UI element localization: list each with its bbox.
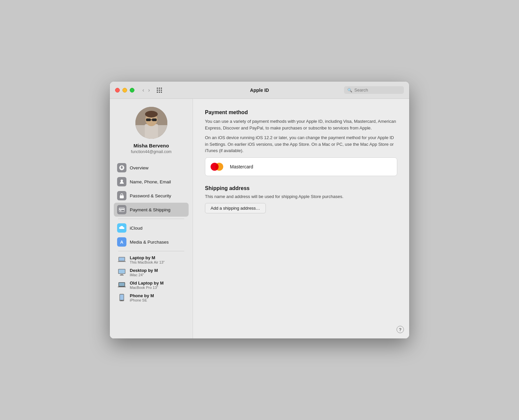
close-button[interactable] [115,88,120,93]
sidebar-item-icloud[interactable]: iCloud [114,221,189,235]
media-purchases-label: Media & Purchases [130,240,169,245]
main-window: ‹ › Apple ID 🔍 [110,82,409,338]
svg-rect-19 [120,275,124,276]
nav-arrows: ‹ › [141,87,151,94]
sidebar: Misha Berveno function44@gmail.com Overv… [110,99,193,338]
maximize-button[interactable] [130,88,134,93]
overview-icon [117,163,126,172]
window-title: Apple ID [250,88,269,93]
search-input[interactable] [354,88,401,93]
sidebar-item-password-security[interactable]: Password & Security [114,189,189,203]
user-email: function44@gmail.com [131,149,171,154]
grid-dot [157,88,158,89]
lock-icon [117,191,126,200]
svg-rect-24 [120,295,124,300]
device-item-desktop[interactable]: Desktop by M iMac 24" [114,266,189,279]
phone-model: iPhone SE [130,298,154,302]
device-item-laptop[interactable]: Laptop by M This MacBook Air 13" [114,253,189,266]
device-item-phone[interactable]: Phone by M iPhone SE [114,291,189,304]
svg-rect-5 [146,118,151,121]
shipping-address-description: This name and address will be used for s… [205,194,397,199]
laptop-icon [117,255,126,264]
svg-rect-21 [119,283,125,286]
svg-rect-12 [120,210,121,211]
grid-dot [157,90,158,91]
svg-point-4 [145,111,158,117]
svg-rect-9 [120,195,124,198]
desktop-model: iMac 24" [130,273,158,277]
minimize-button[interactable] [122,88,127,93]
mastercard-icon [211,162,225,172]
payment-method-description2: On an iOS device running iOS 12.2 or lat… [205,134,397,154]
grid-dot [161,90,162,91]
payment-method-section: Payment method You can use a variety of … [205,109,397,176]
laptop-name: Laptop by M [130,255,165,260]
svg-rect-11 [119,209,124,210]
phone-name: Phone by M [130,293,154,298]
phone-info: Phone by M iPhone SE [130,293,154,302]
payment-method-description1: You can use a variety of payment methods… [205,118,397,131]
desktop-info: Desktop by M iMac 24" [130,268,158,277]
device-item-old-laptop[interactable]: Old Laptop by M MacBook Pro 13" [114,279,189,291]
forward-button[interactable]: › [147,87,151,94]
svg-rect-14 [119,258,125,261]
svg-rect-6 [152,118,157,121]
svg-rect-2 [145,124,158,139]
sidebar-item-payment-shipping[interactable]: Payment & Shipping [114,203,189,217]
sidebar-item-name-phone-email[interactable]: Name, Phone, Email [114,175,189,189]
sidebar-nav: Overview Name, Phone, Email [110,161,193,217]
sidebar-divider-2 [118,251,184,251]
desktop-name: Desktop by M [130,268,158,273]
avatar [135,107,167,139]
icloud-icon [117,223,126,233]
old-laptop-model: MacBook Pro 13" [130,286,164,290]
back-button[interactable]: ‹ [141,87,145,94]
sidebar-divider-1 [118,219,184,219]
mc-circle-right [215,163,223,171]
laptop-info: Laptop by M This MacBook Air 13" [130,255,165,264]
desktop-icon [117,268,126,277]
old-laptop-icon [117,280,126,290]
media-icon: A [117,237,126,247]
old-laptop-info: Old Laptop by M MacBook Pro 13" [130,281,164,290]
svg-point-8 [121,180,123,182]
grid-dot [161,92,162,93]
help-button[interactable]: ? [397,326,404,333]
svg-rect-15 [118,261,126,262]
person-icon [117,177,126,186]
sidebar-item-overview[interactable]: Overview [114,161,189,175]
svg-rect-17 [119,270,125,274]
grid-dot [157,92,158,93]
svg-point-25 [121,300,122,301]
sidebar-item-media-purchases[interactable]: A Media & Purchases [114,235,189,249]
shipping-address-title: Shipping address [205,185,397,191]
mastercard-label: Mastercard [230,164,253,169]
card-icon [117,205,126,214]
traffic-lights [115,88,134,93]
grid-dot [159,88,160,89]
svg-rect-7 [151,119,152,120]
grid-dot [159,90,160,91]
titlebar: ‹ › Apple ID 🔍 [110,82,409,99]
main-panel: Payment method You can use a variety of … [193,99,409,338]
payment-card[interactable]: Mastercard [205,157,397,176]
payment-method-title: Payment method [205,109,397,115]
overview-label: Overview [130,165,148,170]
icloud-label: iCloud [130,226,142,231]
grid-icon[interactable] [157,88,162,93]
svg-rect-18 [120,274,123,275]
shipping-address-section: Shipping address This name and address w… [205,185,397,213]
search-icon: 🔍 [347,88,352,93]
grid-dot [161,88,162,89]
sidebar-devices: Laptop by M This MacBook Air 13" [110,253,193,304]
search-box: 🔍 [344,86,404,94]
content-area: Misha Berveno function44@gmail.com Overv… [110,99,409,338]
add-shipping-button[interactable]: Add a shipping address… [205,203,266,213]
password-security-label: Password & Security [130,193,171,198]
name-phone-email-label: Name, Phone, Email [130,179,171,184]
phone-icon [117,293,126,302]
user-name: Misha Berveno [133,143,169,148]
sidebar-services: iCloud A Media & Purchases [110,221,193,249]
grid-dot [159,92,160,93]
laptop-model: This MacBook Air 13" [130,260,165,264]
